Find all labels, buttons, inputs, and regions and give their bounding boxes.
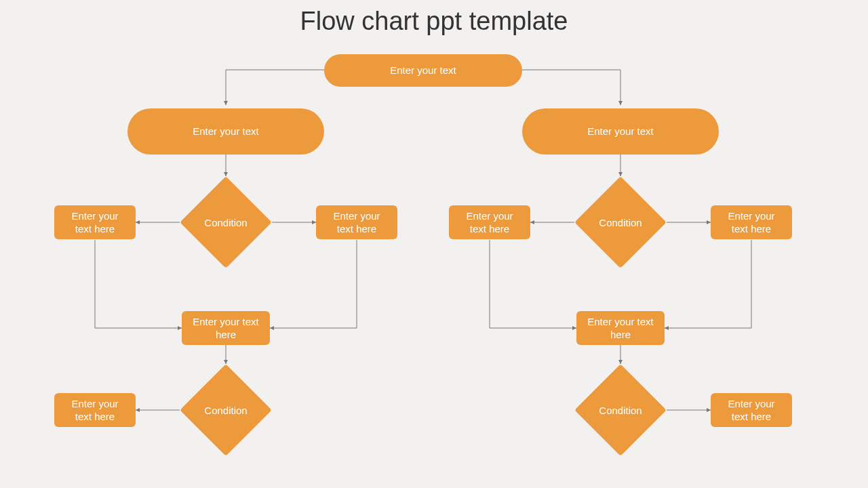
- right-decision-1-label: Condition: [588, 190, 653, 255]
- left-decision-2-label: Condition: [193, 378, 258, 443]
- left-side-right: Enter your text here: [316, 205, 397, 239]
- right-decision-2: Condition: [588, 378, 653, 443]
- right-side-left: Enter your text here: [449, 205, 530, 239]
- left-merge: Enter your text here: [182, 311, 270, 345]
- left-final: Enter your text here: [54, 393, 136, 427]
- right-side-right: Enter your text here: [711, 205, 792, 239]
- right-final: Enter your text here: [711, 393, 792, 427]
- slide: Flow chart ppt template En: [0, 0, 868, 488]
- right-decision-2-label: Condition: [588, 378, 653, 443]
- slide-title: Flow chart ppt template: [0, 7, 868, 36]
- left-decision-1-label: Condition: [193, 190, 258, 255]
- left-decision-2: Condition: [193, 378, 258, 443]
- left-terminator: Enter your text: [127, 108, 324, 155]
- right-decision-1: Condition: [588, 190, 653, 255]
- right-merge: Enter your text here: [576, 311, 665, 345]
- start-terminator: Enter your text: [324, 54, 522, 87]
- left-side-left: Enter your text here: [54, 205, 136, 239]
- left-decision-1: Condition: [193, 190, 258, 255]
- right-terminator: Enter your text: [522, 108, 719, 155]
